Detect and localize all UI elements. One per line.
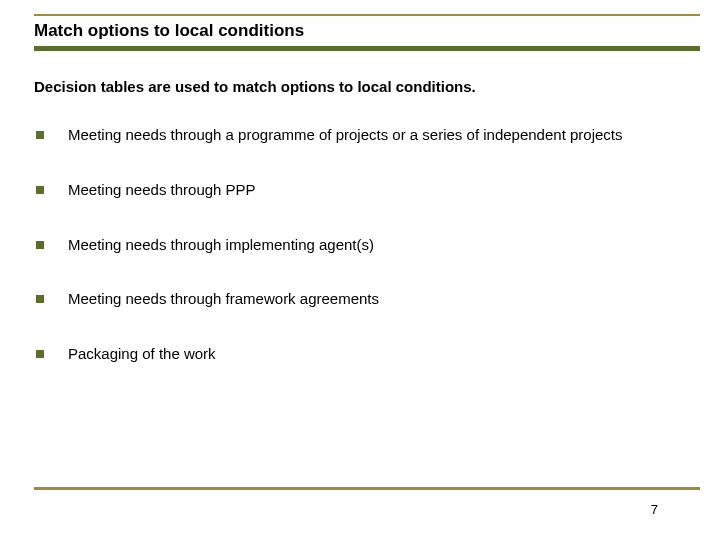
slide: Match options to local conditions Decisi… bbox=[0, 0, 720, 540]
list-item: Meeting needs through framework agreemen… bbox=[36, 290, 700, 309]
square-bullet-icon bbox=[36, 241, 44, 249]
list-item-text: Meeting needs through a programme of pro… bbox=[68, 126, 623, 145]
list-item: Packaging of the work bbox=[36, 345, 700, 364]
list-item: Meeting needs through a programme of pro… bbox=[36, 126, 700, 145]
slide-title: Match options to local conditions bbox=[34, 21, 700, 41]
list-item: Meeting needs through implementing agent… bbox=[36, 236, 700, 255]
page-number: 7 bbox=[651, 502, 658, 517]
list-item-text: Packaging of the work bbox=[68, 345, 216, 364]
square-bullet-icon bbox=[36, 350, 44, 358]
footer-rule bbox=[34, 487, 700, 490]
list-item-text: Meeting needs through PPP bbox=[68, 181, 256, 200]
title-block: Match options to local conditions bbox=[34, 14, 700, 51]
list-item: Meeting needs through PPP bbox=[36, 181, 700, 200]
square-bullet-icon bbox=[36, 295, 44, 303]
square-bullet-icon bbox=[36, 131, 44, 139]
square-bullet-icon bbox=[36, 186, 44, 194]
list-item-text: Meeting needs through implementing agent… bbox=[68, 236, 374, 255]
bullet-list: Meeting needs through a programme of pro… bbox=[36, 126, 700, 364]
slide-subtitle: Decision tables are used to match option… bbox=[34, 78, 476, 95]
list-item-text: Meeting needs through framework agreemen… bbox=[68, 290, 379, 309]
